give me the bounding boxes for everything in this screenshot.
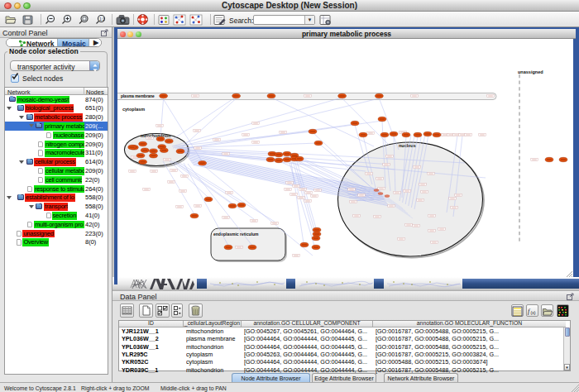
svg-text:cytoplasm: cytoplasm <box>122 107 145 112</box>
svg-text:1:1: 1:1 <box>99 17 105 22</box>
svg-text:endoplasmic reticulum: endoplasmic reticulum <box>213 232 259 237</box>
svg-text:(x): (x) <box>531 310 536 315</box>
svg-text:nucleus: nucleus <box>399 143 416 148</box>
svg-text:plasma membrane: plasma membrane <box>121 94 155 98</box>
svg-text:unassigned: unassigned <box>518 69 543 74</box>
svg-text:mitochondrion: mitochondrion <box>141 133 170 138</box>
